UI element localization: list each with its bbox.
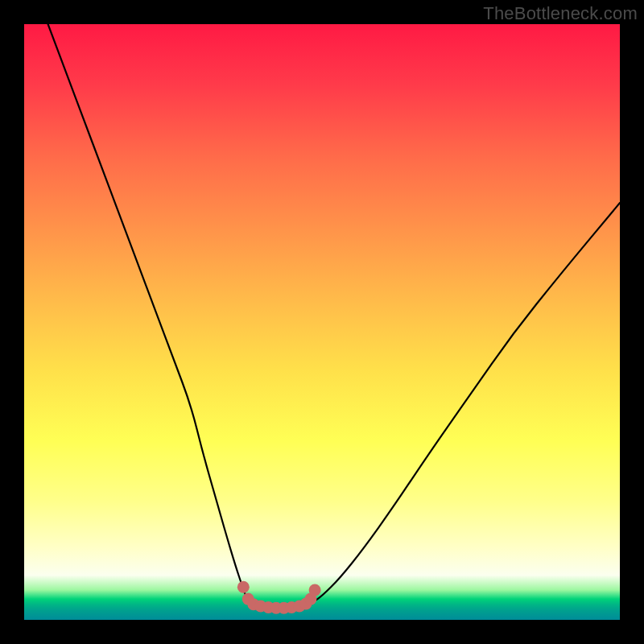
valley-marker xyxy=(309,584,321,597)
bottleneck-curve xyxy=(24,24,620,620)
valley-marker xyxy=(237,581,250,593)
plot-area xyxy=(24,24,620,620)
chart-frame: TheBottleneck.com xyxy=(0,0,644,644)
v-curve xyxy=(48,24,620,608)
watermark-label: TheBottleneck.com xyxy=(483,3,638,24)
